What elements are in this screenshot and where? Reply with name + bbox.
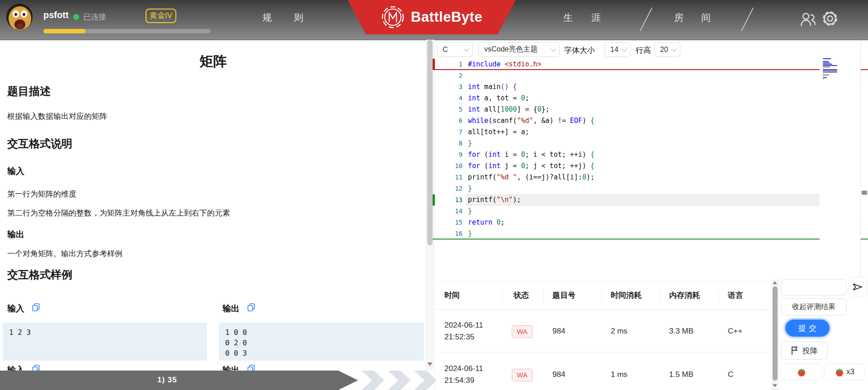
minimap[interactable] — [823, 58, 839, 80]
tomato-x3-button[interactable]: x3 — [824, 363, 865, 380]
theme-select-value: vsCode亮色主题 — [484, 45, 538, 54]
chevron-down-icon — [622, 46, 627, 52]
sample-heading: 交互格式样例 — [7, 268, 72, 282]
collapse-results-label: 收起评测结果 — [792, 302, 835, 312]
header-divider — [502, 290, 503, 302]
code-editor[interactable]: 1#include <stdio.h>23int main() {4int a,… — [433, 59, 860, 241]
tomato-button[interactable] — [781, 363, 822, 380]
send-button[interactable] — [849, 277, 867, 296]
theme-select[interactable]: vsCode亮色主题 — [478, 42, 560, 57]
rank-badge: 黄金IV — [146, 9, 176, 23]
surrender-button[interactable]: 投降 — [781, 342, 828, 360]
chevron-down-icon — [464, 46, 470, 52]
editor-scrollbar-thumb[interactable] — [862, 191, 867, 195]
chat-input[interactable] — [781, 279, 847, 296]
line-height-value: 20 — [660, 46, 668, 54]
username: psfott — [43, 10, 69, 20]
col-time: 时间 — [444, 290, 460, 301]
table-scrollbar-thumb[interactable] — [773, 287, 778, 381]
chevron-down-icon — [551, 46, 557, 52]
table-row[interactable]: 2024-06-1121:52:35WA9842 ms3.3 MBC++ — [0, 321, 769, 364]
editor-red-line — [433, 69, 820, 70]
header-divider — [718, 290, 719, 302]
overview-ruler-line — [860, 40, 861, 278]
header-divider — [602, 290, 602, 302]
code-line: 13printf("\n"); — [433, 194, 860, 206]
font-size-select[interactable]: 14 — [604, 42, 631, 57]
xp-progress-bar — [43, 29, 211, 33]
nav-career[interactable]: 生涯 — [563, 11, 619, 24]
tomato-icon — [797, 367, 807, 377]
cell-time-cost: 2 ms — [611, 327, 627, 336]
scroll-down-arrow-icon[interactable] — [773, 384, 777, 387]
send-paper-plane-icon — [852, 282, 863, 292]
cell-time: 21:52:35 — [444, 333, 474, 342]
copy-icon[interactable] — [32, 303, 41, 313]
col-problem: 题目号 — [552, 290, 576, 301]
avatar-face-icon — [6, 4, 33, 30]
cell-date: 2024-06-11 — [444, 364, 483, 373]
submit-label: 提交 — [798, 323, 819, 334]
code-line: 2 — [433, 70, 860, 81]
nav-divider-slash — [640, 8, 652, 32]
font-size-value: 14 — [610, 46, 618, 54]
online-dot-icon — [73, 14, 79, 20]
header-divider — [660, 290, 660, 302]
gutter-modified-bar — [433, 194, 435, 206]
table-top-border — [437, 281, 769, 282]
nav-divider-slash — [741, 8, 754, 32]
settings-gear-icon[interactable] — [821, 9, 839, 28]
nav-rules[interactable]: 规则 — [262, 11, 326, 24]
scroll-up-arrow-icon[interactable] — [773, 281, 777, 284]
status-badge: WA — [512, 325, 533, 338]
tomato-count-label: x3 — [846, 367, 854, 376]
code-line: 1#include <stdio.h> — [433, 59, 860, 70]
connection-status: 已连接 — [83, 12, 106, 22]
code-line: 11printf("%d ", (i==j)?all[i]:0); — [433, 172, 860, 183]
input-desc-line2: 第二行为空格分隔的整数，为矩阵主对角线上从左上到右下的元素 — [7, 208, 230, 218]
flag-icon — [791, 346, 799, 355]
nav-room[interactable]: 房间 — [674, 11, 728, 24]
brand-banner[interactable]: BattleByte — [340, 0, 523, 34]
code-line: 5int all[1000] = {0}; — [433, 104, 860, 115]
copy-icon[interactable] — [247, 303, 256, 313]
cell-date: 2024-06-11 — [444, 321, 483, 330]
chevron-down-icon — [671, 46, 677, 52]
output-desc: 一个对角矩阵。输出方式参考样例 — [7, 249, 123, 259]
surrender-label: 投降 — [802, 346, 818, 356]
collapse-results-button[interactable]: 收起评测结果 — [781, 298, 847, 315]
desc-text: 根据输入数据输出对应的矩阵 — [7, 111, 107, 122]
xp-progress-fill — [43, 29, 85, 33]
sample-input-label: 输入 — [7, 303, 24, 315]
code-line: 15return 0; — [433, 217, 860, 228]
left-panel-scrollbar-thumb[interactable] — [427, 40, 433, 245]
cell-problem: 984 — [552, 327, 565, 336]
code-line: 9for (int i = 0; i < tot; ++i) { — [433, 149, 860, 160]
cell-language: C++ — [728, 327, 742, 336]
status-badge: WA — [512, 369, 533, 381]
line-height-select[interactable]: 20 — [654, 42, 680, 57]
header-divider — [543, 290, 544, 302]
brand-emblem-icon — [381, 5, 405, 29]
tomato-icon — [835, 367, 844, 377]
gutter-error-bar — [433, 59, 435, 70]
font-size-label: 字体大小 — [564, 45, 595, 56]
cell-time: 21:54:39 — [444, 376, 474, 385]
cell-memory: 1.5 MB — [669, 370, 693, 379]
code-line: 14} — [433, 206, 860, 217]
avatar[interactable] — [6, 4, 33, 30]
col-lang: 语言 — [728, 290, 743, 301]
problem-title: 矩阵 — [0, 52, 426, 71]
desc-heading: 题目描述 — [7, 84, 51, 99]
code-line: 3int main() { — [433, 81, 860, 93]
code-line: 4int a, tot = 0; — [433, 93, 860, 104]
code-line: 7all[tot++] = a; — [433, 127, 860, 138]
friends-icon[interactable] — [799, 10, 816, 28]
submit-button[interactable]: 提交 — [785, 320, 830, 337]
code-line: 12} — [433, 183, 860, 194]
stage-label: 1) 35 — [157, 376, 177, 385]
output-heading: 输出 — [7, 229, 24, 240]
editor-green-line — [433, 239, 820, 240]
language-select[interactable]: C — [437, 42, 473, 57]
cell-language: C — [728, 370, 733, 379]
